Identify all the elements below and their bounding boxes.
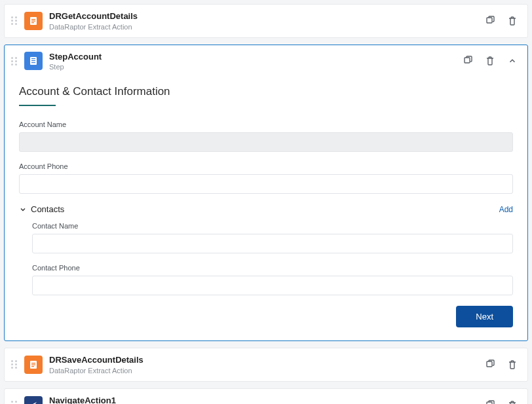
svg-rect-3 bbox=[31, 22, 34, 23]
svg-rect-7 bbox=[31, 60, 35, 61]
svg-rect-8 bbox=[31, 62, 35, 63]
clone-icon[interactable] bbox=[484, 15, 496, 27]
clone-icon[interactable] bbox=[462, 55, 474, 67]
drag-handle-icon[interactable] bbox=[10, 54, 20, 67]
element-actions bbox=[462, 55, 518, 67]
svg-rect-11 bbox=[31, 363, 35, 363]
account-name-input[interactable] bbox=[19, 132, 513, 152]
delete-icon[interactable] bbox=[484, 55, 496, 67]
element-type: Step bbox=[49, 63, 462, 71]
dataraptor-icon bbox=[24, 356, 43, 374]
account-phone-input[interactable] bbox=[19, 174, 513, 194]
element-actions bbox=[484, 359, 518, 371]
field-account-phone: Account Phone bbox=[19, 162, 513, 194]
account-name-label: Account Name bbox=[19, 120, 513, 128]
title-underline bbox=[19, 105, 56, 106]
element-actions bbox=[484, 399, 518, 404]
svg-rect-2 bbox=[31, 20, 35, 21]
delete-icon[interactable] bbox=[506, 359, 518, 371]
element-name: StepAccount bbox=[49, 52, 462, 62]
element-titles: DRSaveAccountDetails DataRaptor Extract … bbox=[49, 355, 484, 375]
element-type: DataRaptor Extract Action bbox=[49, 23, 484, 31]
element-card-active[interactable]: StepAccount Step Account & Contact Infor… bbox=[4, 45, 528, 342]
element-header: DRSaveAccountDetails DataRaptor Extract … bbox=[5, 348, 527, 381]
element-card[interactable]: DRGetAccountDetails DataRaptor Extract A… bbox=[4, 4, 528, 38]
drag-handle-icon[interactable] bbox=[10, 14, 20, 28]
element-name: DRSaveAccountDetails bbox=[49, 355, 484, 365]
account-phone-label: Account Phone bbox=[19, 162, 513, 170]
dataraptor-icon bbox=[24, 12, 43, 30]
svg-rect-4 bbox=[487, 18, 492, 23]
svg-rect-1 bbox=[31, 19, 35, 20]
element-header: StepAccount Step bbox=[5, 45, 527, 78]
element-name: DRGetAccountDetails bbox=[49, 11, 484, 22]
element-type: DataRaptor Extract Action bbox=[49, 367, 484, 375]
add-contact-link[interactable]: Add bbox=[499, 205, 513, 214]
element-header: NavigateAction1 Navigate Action bbox=[5, 389, 527, 404]
element-name: NavigateAction1 bbox=[49, 395, 484, 404]
element-titles: DRGetAccountDetails DataRaptor Extract A… bbox=[49, 11, 484, 31]
svg-rect-6 bbox=[31, 58, 35, 59]
field-contact-phone: Contact Phone bbox=[32, 264, 513, 295]
clone-icon[interactable] bbox=[484, 399, 496, 404]
chevron-up-icon[interactable] bbox=[506, 55, 518, 67]
element-card[interactable]: NavigateAction1 Navigate Action bbox=[4, 388, 528, 404]
svg-rect-15 bbox=[487, 402, 492, 404]
delete-icon[interactable] bbox=[506, 399, 518, 404]
contacts-header: Contacts Add bbox=[19, 204, 513, 214]
element-titles: StepAccount Step bbox=[49, 52, 462, 71]
element-actions bbox=[484, 15, 518, 27]
step-icon bbox=[24, 52, 43, 70]
navigate-icon bbox=[24, 396, 43, 404]
contact-name-input[interactable] bbox=[32, 234, 513, 253]
svg-rect-9 bbox=[465, 58, 470, 63]
delete-icon[interactable] bbox=[506, 15, 518, 27]
field-contact-name: Contact Name bbox=[32, 222, 513, 253]
drag-handle-icon[interactable] bbox=[10, 399, 20, 404]
contact-name-label: Contact Name bbox=[32, 222, 513, 230]
contact-phone-label: Contact Phone bbox=[32, 264, 513, 272]
contact-block: Contact Name Contact Phone bbox=[19, 222, 513, 295]
field-account-name: Account Name bbox=[19, 120, 513, 152]
clone-icon[interactable] bbox=[484, 359, 496, 371]
contacts-label: Contacts bbox=[31, 204, 64, 214]
svg-rect-14 bbox=[487, 361, 492, 367]
element-titles: NavigateAction1 Navigate Action bbox=[49, 395, 484, 404]
contact-phone-input[interactable] bbox=[32, 276, 513, 295]
button-row: Next bbox=[19, 306, 513, 327]
element-header: DRGetAccountDetails DataRaptor Extract A… bbox=[5, 5, 527, 37]
svg-rect-13 bbox=[31, 366, 34, 367]
next-button[interactable]: Next bbox=[456, 306, 513, 327]
element-card[interactable]: DRSaveAccountDetails DataRaptor Extract … bbox=[4, 348, 528, 382]
svg-rect-12 bbox=[31, 364, 35, 365]
contacts-toggle[interactable]: Contacts bbox=[19, 204, 64, 214]
section-title: Account & Contact Information bbox=[19, 80, 513, 105]
step-body: Account & Contact Information Account Na… bbox=[5, 77, 527, 340]
drag-handle-icon[interactable] bbox=[10, 358, 20, 371]
chevron-down-icon bbox=[19, 206, 27, 213]
